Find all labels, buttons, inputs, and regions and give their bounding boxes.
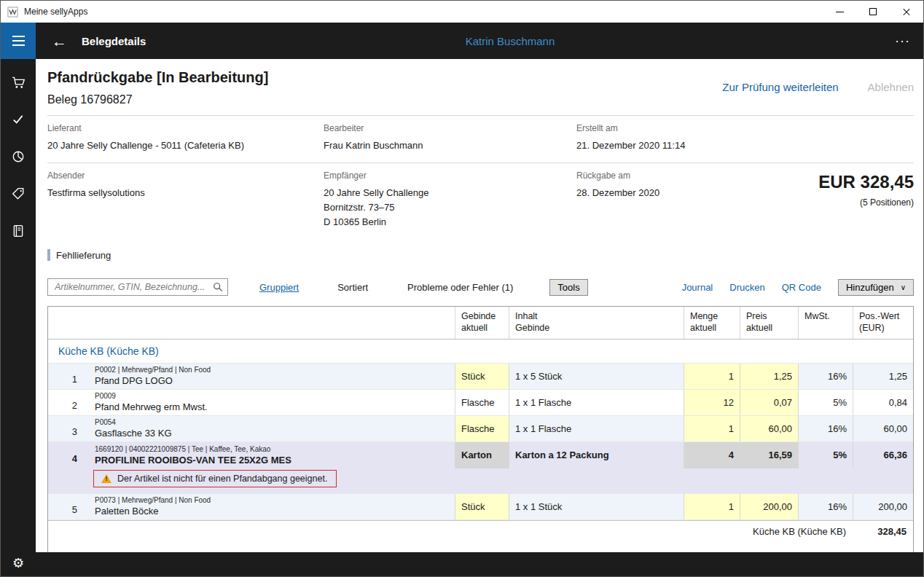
col-poswert[interactable]: Pos.-Wert (EUR) xyxy=(853,307,913,339)
gebinde-cell[interactable]: Stück xyxy=(455,494,509,519)
search-icon[interactable] xyxy=(213,282,223,292)
probleme-filter-link[interactable]: Probleme oder Fehler (1) xyxy=(407,282,513,293)
article-cell: P0009 Pfand Mehrweg erm Mwst. xyxy=(85,390,455,415)
col-inhalt[interactable]: Inhalt Gebinde xyxy=(509,307,684,339)
total-amount: EUR 328,45 xyxy=(817,172,914,192)
menge-cell[interactable]: 1 xyxy=(684,494,740,519)
gebinde-cell[interactable]: Karton xyxy=(455,442,509,468)
gear-icon: ⚙ xyxy=(12,555,24,571)
sidebar-item-reports[interactable] xyxy=(9,148,27,165)
inhalt-cell: 1 x 1 Flasche xyxy=(509,390,684,415)
hinzufuegen-button[interactable]: Hinzufügen ∨ xyxy=(838,279,914,296)
close-button[interactable] xyxy=(890,1,923,23)
document-title: Pfandrückgabe [In Bearbeitung] xyxy=(47,69,268,86)
sidebar-item-settings[interactable]: ⚙ xyxy=(9,554,27,572)
search-input[interactable] xyxy=(53,281,213,293)
footer-total: 328,45 xyxy=(853,521,913,542)
page-title: Belegdetails xyxy=(82,35,146,47)
rueckgabe-am-label: Rückgabe am xyxy=(576,170,817,181)
minimize-button[interactable] xyxy=(823,1,856,23)
poswert-cell: 0,84 xyxy=(853,390,913,415)
rueckgabe-am-value: 28. Dezember 2020 xyxy=(576,186,817,200)
erstellt-am-value: 21. Dezember 2020 11:14 xyxy=(576,138,817,153)
poswert-cell: 200,00 xyxy=(853,494,913,519)
minimize-icon xyxy=(836,12,844,12)
book-icon xyxy=(12,224,25,238)
article-cell: P0054 Gasflasche 33 KG xyxy=(85,416,455,441)
table-row-selected[interactable]: 4 1669120 | 04002221009875 | Tee | Kaffe… xyxy=(48,442,913,468)
gebinde-cell[interactable]: Flasche xyxy=(455,390,509,415)
empfaenger-label: Empfänger xyxy=(324,170,576,181)
header-actions: Zur Prüfung weiterleiten Ablehnen xyxy=(722,68,914,93)
document-header: Pfandrückgabe [In Bearbeitung] Beleg 167… xyxy=(47,68,914,106)
col-menge[interactable]: Menge aktuell xyxy=(684,307,740,339)
table-spacer xyxy=(48,542,913,553)
user-link[interactable]: Katrin Buschmann xyxy=(466,35,555,47)
article-meta: P0054 xyxy=(95,418,449,426)
info-row-2: Absender Testfirma sellysolutions Empfän… xyxy=(47,163,914,239)
col-mwst[interactable]: MwSt. xyxy=(798,307,853,339)
article-meta: P0009 xyxy=(95,392,449,400)
menge-cell[interactable]: 1 xyxy=(684,364,740,389)
col-article xyxy=(85,307,455,339)
row-index: 5 xyxy=(48,494,85,519)
gebinde-cell[interactable]: Flasche xyxy=(455,416,509,441)
sidebar-item-tasks[interactable] xyxy=(9,111,27,128)
qr-code-link[interactable]: QR Code xyxy=(782,282,821,293)
warning-message: Der Artikel ist nicht für einen Pfandabg… xyxy=(93,470,337,487)
table-row[interactable]: 1 P0002 | Mehrweg/Pfand | Non Food Pfand… xyxy=(48,364,913,390)
preis-cell[interactable]: 16,59 xyxy=(740,442,798,468)
content-area: Pfandrückgabe [In Bearbeitung] Beleg 167… xyxy=(36,59,923,552)
navbar: ← Belegdetails Katrin Buschmann ··· xyxy=(1,23,923,59)
more-button[interactable]: ··· xyxy=(895,34,910,49)
mwst-cell: 16% xyxy=(798,364,853,389)
col-preis[interactable]: Preis aktuell xyxy=(740,307,798,339)
menge-cell[interactable]: 4 xyxy=(684,442,740,468)
gruppiert-link[interactable]: Gruppiert xyxy=(259,282,299,293)
table-row[interactable]: 5 P0073 | Mehrweg/Pfand | Non Food Palet… xyxy=(48,494,913,520)
drucken-link[interactable]: Drucken xyxy=(729,282,764,293)
sidebar-item-cart[interactable] xyxy=(9,74,27,91)
col-gebinde[interactable]: Gebinde aktuell xyxy=(455,307,509,339)
sidebar-item-journal[interactable] xyxy=(9,222,27,240)
menge-cell[interactable]: 12 xyxy=(684,390,740,415)
preis-cell[interactable]: 200,00 xyxy=(740,494,798,519)
poswert-cell: 66,36 xyxy=(853,442,913,468)
footer-group-label: Küche KB (Küche KB) xyxy=(48,521,853,542)
reject-button[interactable]: Ablehnen xyxy=(868,81,914,93)
journal-link[interactable]: Journal xyxy=(682,282,713,293)
app-window: Meine sellyApps ← Belegdetails Katrin Bu… xyxy=(0,0,924,577)
app-icon xyxy=(7,7,18,17)
sidebar-item-prices[interactable] xyxy=(9,185,27,203)
cart-icon xyxy=(12,76,26,90)
chevron-down-icon: ∨ xyxy=(901,283,906,291)
positions-table: Gebinde aktuell Inhalt Gebinde Menge akt… xyxy=(47,306,914,552)
tools-button[interactable]: Tools xyxy=(549,279,587,296)
menu-button[interactable] xyxy=(1,23,36,59)
gebinde-cell[interactable]: Stück xyxy=(455,364,509,389)
poswert-cell: 60,00 xyxy=(853,416,913,441)
search-box xyxy=(47,278,228,296)
preis-cell[interactable]: 60,00 xyxy=(740,416,798,441)
bearbeiter-value: Frau Katrin Buschmann xyxy=(324,138,576,153)
maximize-button[interactable] xyxy=(856,1,890,23)
group-header: Küche KB (Küche KB) xyxy=(48,339,913,364)
article-name: PROFILINE ROOIBOS-VAN TEE 25X2G MES xyxy=(95,455,449,466)
table-row[interactable]: 2 P0009 Pfand Mehrweg erm Mwst. Flasche … xyxy=(48,390,913,416)
table-row[interactable]: 3 P0054 Gasflasche 33 KG Flasche 1 x 1 F… xyxy=(48,416,913,442)
tag-icon xyxy=(12,187,25,200)
maximize-icon xyxy=(869,8,877,15)
menge-cell[interactable]: 1 xyxy=(684,416,740,441)
inhalt-cell: 1 x 1 Stück xyxy=(509,494,684,519)
mwst-cell: 5% xyxy=(798,390,853,415)
col-index xyxy=(48,307,85,339)
back-button[interactable]: ← xyxy=(52,34,67,49)
mwst-cell: 5% xyxy=(798,442,853,468)
sortiert-link[interactable]: Sortiert xyxy=(337,282,368,293)
table-footer: Küche KB (Küche KB) 328,45 xyxy=(48,520,913,542)
forward-for-review-button[interactable]: Zur Prüfung weiterleiten xyxy=(722,81,838,93)
preis-cell[interactable]: 0,07 xyxy=(740,390,798,415)
preis-cell[interactable]: 1,25 xyxy=(740,364,798,389)
row-index: 2 xyxy=(48,390,85,415)
document-number: Beleg 16796827 xyxy=(47,93,268,106)
